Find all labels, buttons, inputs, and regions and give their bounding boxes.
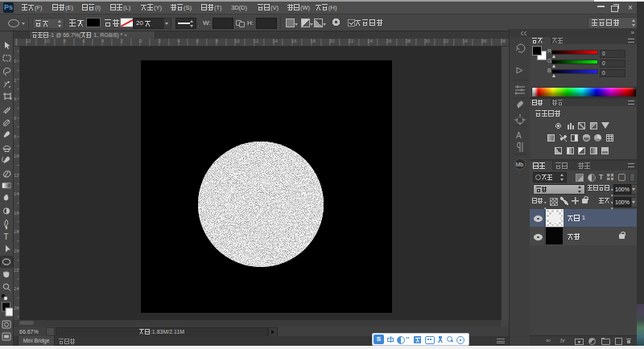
svg-text:A: A — [516, 131, 522, 140]
svg-text:T: T — [4, 232, 9, 241]
svg-text:Mb: Mb — [516, 162, 524, 167]
